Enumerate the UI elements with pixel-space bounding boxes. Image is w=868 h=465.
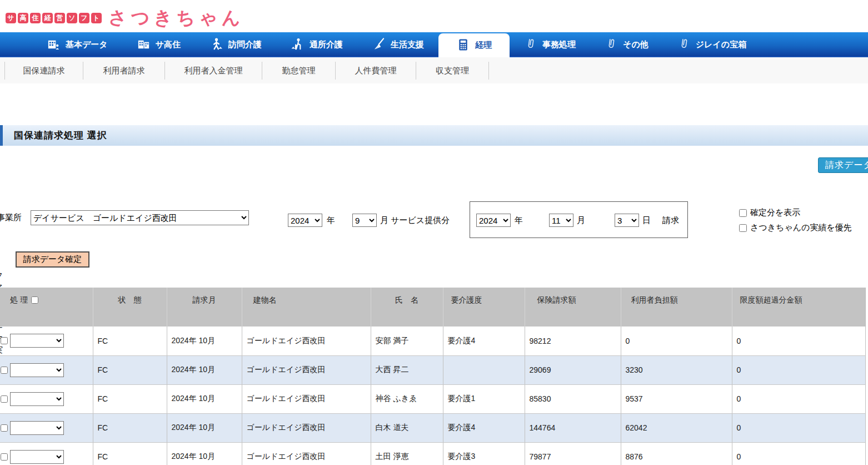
- row-action-select[interactable]: [10, 450, 64, 464]
- nav-tab-others[interactable]: その他: [590, 32, 663, 57]
- main-navbar: 基本データ サ高住 訪問介護 通所介護 生活支援 経理 事務処理: [0, 32, 868, 57]
- show-confirmed-label: 確定分を表示: [750, 207, 800, 218]
- nav-tab-label: 経理: [475, 40, 492, 51]
- cell-care-level: 要介護3: [443, 442, 525, 465]
- cell-care-level: 要介護4: [443, 327, 525, 355]
- subnav-item-user-payment[interactable]: 利用者入金管理: [165, 62, 262, 80]
- page-title: 国保連請求処理 選択: [3, 129, 107, 142]
- logo-badge: 営: [54, 13, 65, 23]
- row-checkbox[interactable]: [1, 395, 8, 403]
- cell-care-level: 要介護1: [443, 384, 525, 413]
- building-icon: [137, 37, 151, 53]
- select-all-checkbox[interactable]: [31, 296, 38, 304]
- cell-over-limit: 0: [732, 413, 865, 442]
- priority-checkbox[interactable]: [739, 224, 747, 232]
- billing-month-suffix: 月: [577, 215, 585, 226]
- calculator-icon: [456, 38, 470, 53]
- cell-building: ゴールドエイジ西改田: [242, 355, 371, 384]
- service-year-select[interactable]: 2024: [288, 214, 322, 227]
- nav-tab-label: 生活支援: [391, 39, 424, 50]
- col-header-billing-month: 請求月: [167, 288, 242, 327]
- cell-status: FC: [93, 384, 167, 413]
- table-row: FC 2024年 10月 ゴールドエイジ西改田 土田 淨恵 要介護3 79877…: [0, 442, 865, 465]
- cell-name: 白木 道夫: [371, 413, 443, 442]
- cell-billing-month: 2024年 10月: [167, 355, 242, 384]
- cell-user-burden: 9537: [621, 384, 732, 413]
- col-header-building: 建物名: [242, 288, 371, 327]
- logo-badge: 経: [42, 13, 53, 23]
- cell-billing-month: 2024年 10月: [167, 442, 242, 465]
- row-action-select[interactable]: [10, 421, 64, 435]
- row-checkbox[interactable]: [1, 424, 8, 432]
- nav-tab-day-care[interactable]: 通所介護: [276, 32, 357, 57]
- app-logo: サ 高 住 経 営 ソ フ ト さつきちゃん: [6, 6, 245, 31]
- show-confirmed-checkbox-row: 確定分を表示: [739, 207, 800, 218]
- row-checkbox[interactable]: [1, 453, 8, 461]
- subnav-item-attendance[interactable]: 勤怠管理: [262, 62, 336, 80]
- cell-billing-month: 2024年 10月: [167, 384, 242, 413]
- paperclip-icon: [605, 37, 618, 52]
- col-header-process-label: 処 理: [10, 295, 28, 304]
- row-checkbox[interactable]: [1, 367, 8, 374]
- nav-tab-label: その他: [623, 39, 648, 50]
- billing-table-wrap: 処 理 状 態 請求月 建物名 氏 名 要介護度 保険請求額 利用者負担額 限度…: [0, 288, 866, 465]
- show-confirmed-checkbox[interactable]: [739, 209, 747, 217]
- cell-insurance-amount: 85830: [525, 384, 621, 413]
- billing-data-button[interactable]: 請求データ: [818, 157, 868, 173]
- cell-over-limit: 0: [732, 442, 865, 465]
- cell-building: ゴールドエイジ西改田: [242, 327, 371, 355]
- table-row: FC 2024年 10月 ゴールドエイジ西改田 大西 昇二 29069 3230…: [0, 355, 865, 384]
- nav-tab-home-visit-care[interactable]: 訪問介護: [195, 32, 276, 57]
- nav-tab-accounting[interactable]: 経理: [438, 33, 510, 57]
- nav-tab-office-work[interactable]: 事務処理: [510, 32, 590, 57]
- confirm-billing-data-button[interactable]: 請求データ確定: [16, 251, 89, 268]
- cell-billing-month: 2024年 10月: [167, 413, 242, 442]
- subnav-item-user-billing[interactable]: 利用者請求: [83, 62, 165, 80]
- service-month-select[interactable]: 9: [352, 214, 377, 227]
- nav-tab-sakoju[interactable]: サ高住: [122, 32, 195, 57]
- paperclip-icon: [677, 37, 691, 52]
- row-action-select[interactable]: [10, 334, 64, 348]
- billing-day-select[interactable]: 3: [615, 214, 639, 227]
- subnav-item-personnel-cost[interactable]: 人件費管理: [336, 62, 416, 80]
- cell-name: 大西 昇二: [371, 355, 443, 384]
- logo-badge: 住: [30, 13, 41, 23]
- nav-tab-label: 事務処理: [542, 39, 576, 50]
- subnav-item-kokuhoren-billing[interactable]: 国保連請求: [4, 62, 83, 80]
- office-select[interactable]: デイサービス ゴールドエイジ西改田: [31, 210, 249, 225]
- logo-badge: 高: [18, 13, 28, 23]
- service-month-suffix: 月 サービス提供分: [380, 215, 450, 226]
- subnav-item-income-expense[interactable]: 収支管理: [416, 62, 489, 80]
- logo-badge: サ: [6, 13, 16, 23]
- cell-status: FC: [93, 413, 167, 442]
- cell-building: ゴールドエイジ西改田: [242, 442, 371, 465]
- cell-status: FC: [93, 442, 167, 465]
- row-checkbox[interactable]: [1, 337, 8, 344]
- nav-tab-basic-data[interactable]: 基本データ: [32, 32, 122, 57]
- col-header-name: 氏 名: [371, 288, 443, 327]
- cell-name: 土田 淨恵: [371, 442, 443, 465]
- billing-year-select[interactable]: 2024: [476, 214, 511, 227]
- cell-over-limit: 0: [732, 327, 865, 355]
- nav-tab-life-support[interactable]: 生活支援: [357, 32, 438, 57]
- office-label: 事業所: [0, 212, 22, 223]
- row-action-select[interactable]: [10, 363, 64, 377]
- row-action-select[interactable]: [10, 392, 64, 406]
- cell-status: FC: [93, 327, 167, 355]
- nav-tab-label: サ高住: [156, 39, 181, 50]
- building-icon: [47, 37, 61, 53]
- col-header-process: 処 理: [0, 288, 93, 327]
- billing-table: 処 理 状 態 請求月 建物名 氏 名 要介護度 保険請求額 利用者負担額 限度…: [0, 288, 866, 465]
- cell-building: ゴールドエイジ西改田: [242, 384, 371, 413]
- broom-icon: [372, 37, 386, 53]
- cell-name: 神谷 ふきゑ: [371, 384, 443, 413]
- cell-care-level: 要介護4: [443, 413, 525, 442]
- table-header-row: 処 理 状 態 請求月 建物名 氏 名 要介護度 保険請求額 利用者負担額 限度…: [0, 288, 865, 327]
- cell-over-limit: 0: [732, 384, 865, 413]
- nav-tab-jirei-treasure-box[interactable]: ジレイの宝箱: [663, 32, 761, 57]
- table-row: FC 2024年 10月 ゴールドエイジ西改田 安部 満子 要介護4 98212…: [0, 327, 865, 355]
- billing-month-select[interactable]: 11: [549, 214, 573, 227]
- logo-badge: ト: [91, 13, 102, 23]
- person-with-cane-icon: [291, 37, 305, 53]
- nav-tab-label: 基本データ: [66, 39, 108, 50]
